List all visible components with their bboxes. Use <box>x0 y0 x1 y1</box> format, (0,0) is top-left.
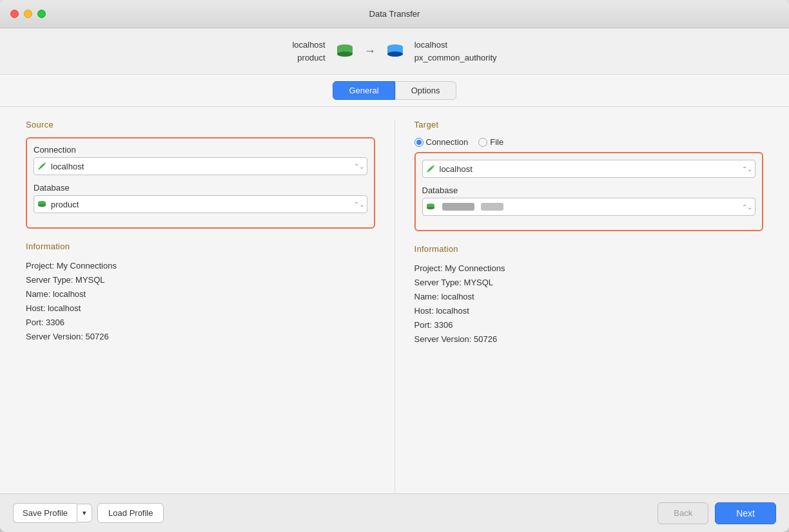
source-database-label: Database <box>34 183 367 193</box>
target-info-title: Information <box>414 244 764 254</box>
two-columns: Source Connection localhost ⌃⌄ <box>26 120 763 493</box>
tab-options[interactable]: Options <box>395 81 456 100</box>
save-profile-arrow-button[interactable]: ▾ <box>77 504 92 522</box>
file-radio-circle[interactable] <box>478 138 487 147</box>
target-info-text: Project: My Connections Server Type: MYS… <box>414 261 764 347</box>
back-button[interactable]: Back <box>658 502 708 524</box>
target-db-icon <box>384 40 407 63</box>
source-highlighted-box: Connection localhost ⌃⌄ <box>26 137 375 229</box>
source-database-group: Database product ⌃⌄ <box>34 183 367 213</box>
source-connection-select[interactable]: localhost <box>51 162 350 171</box>
minimize-button[interactable] <box>24 10 32 18</box>
footer: Save Profile ▾ Load Profile Back Next <box>0 493 789 532</box>
close-button[interactable] <box>10 10 19 18</box>
target-type-radio-group: Connection File <box>414 137 764 147</box>
source-db-icon <box>333 40 356 63</box>
target-database-select-wrapper[interactable]: ⌃⌄ <box>422 198 756 216</box>
source-info-section: Information Project: My Connections Serv… <box>26 242 375 345</box>
connection-radio-dot <box>416 140 422 145</box>
traffic-lights <box>10 10 46 18</box>
source-section-title: Source <box>26 120 375 129</box>
tab-general[interactable]: General <box>333 81 394 100</box>
transfer-arrow-icon: → <box>364 44 376 58</box>
connection-radio-circle[interactable] <box>414 138 424 147</box>
target-connection-select[interactable]: localhost <box>440 164 739 174</box>
target-column: Target Connection File <box>394 120 764 493</box>
source-database-select-wrapper[interactable]: product ⌃⌄ <box>34 195 367 213</box>
target-db-blurred-2 <box>481 203 503 211</box>
target-database-group: Database ⌃⌄ <box>422 185 756 216</box>
target-db-blurred-1 <box>442 203 474 211</box>
source-info-text: Project: My Connections Server Type: MYS… <box>26 259 375 345</box>
svg-point-12 <box>38 204 46 207</box>
app-window: Data Transfer localhost product → <box>0 0 789 532</box>
target-database-icon <box>425 202 436 212</box>
svg-point-9 <box>387 52 403 57</box>
load-profile-button[interactable]: Load Profile <box>97 503 164 523</box>
source-column: Source Connection localhost ⌃⌄ <box>26 120 394 493</box>
connection-header: localhost product → localh <box>0 28 789 75</box>
main-content: Source Connection localhost ⌃⌄ <box>0 107 789 493</box>
footer-left: Save Profile ▾ Load Profile <box>13 503 164 523</box>
connection-radio-label: Connection <box>426 137 469 147</box>
source-info-title: Information <box>26 242 375 251</box>
next-button[interactable]: Next <box>715 502 776 524</box>
connection-radio-option[interactable]: Connection <box>414 137 469 147</box>
save-profile-button[interactable]: Save Profile <box>13 503 77 523</box>
source-connection-group: Connection localhost ⌃⌄ <box>34 145 367 175</box>
target-info-section: Information Project: My Connections Serv… <box>414 244 764 347</box>
source-connection-leaf-icon <box>37 161 47 171</box>
file-radio-option[interactable]: File <box>478 137 503 147</box>
target-section-title: Target <box>414 120 764 129</box>
tabs-bar: General Options <box>0 75 789 107</box>
target-connection-group: localhost ⌃⌄ <box>422 160 756 178</box>
source-database-select[interactable]: product <box>51 200 350 209</box>
target-connection-leaf-icon <box>425 164 436 174</box>
target-connection-select-wrapper[interactable]: localhost ⌃⌄ <box>422 160 756 178</box>
footer-right: Back Next <box>658 502 776 524</box>
source-connection-label: Connection <box>34 145 367 155</box>
window-title: Data Transfer <box>369 9 420 19</box>
source-database-icon <box>37 199 47 209</box>
source-connection-select-wrapper[interactable]: localhost ⌃⌄ <box>34 157 367 175</box>
svg-point-4 <box>337 52 353 57</box>
target-connection-info: localhost px_common_authority <box>414 39 497 64</box>
svg-point-15 <box>427 207 434 209</box>
source-connection-info: localhost product <box>292 39 325 64</box>
titlebar: Data Transfer <box>0 0 789 28</box>
file-radio-label: File <box>490 137 503 147</box>
target-database-label: Database <box>422 185 756 195</box>
target-highlighted-box: localhost ⌃⌄ Database <box>414 152 764 231</box>
maximize-button[interactable] <box>37 10 46 18</box>
